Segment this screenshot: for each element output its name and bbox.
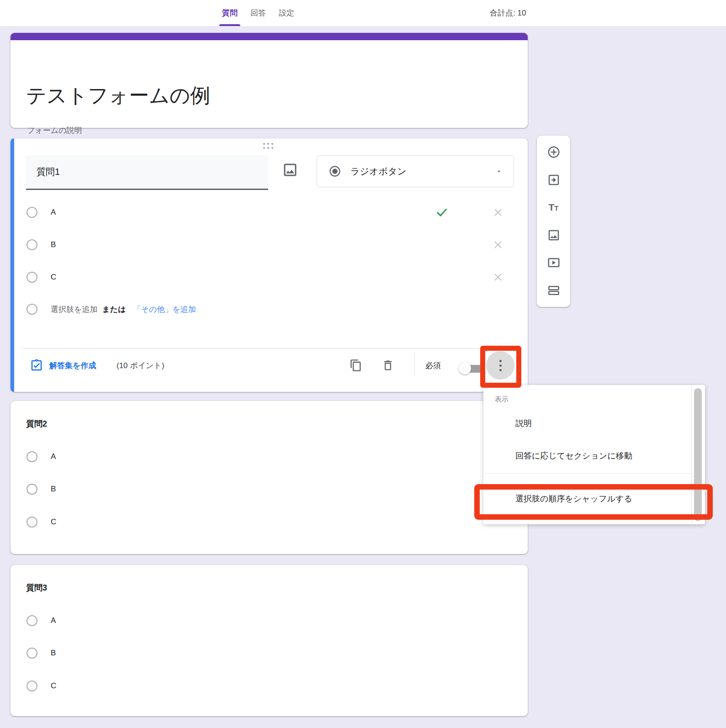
question-title: 質問3 [26,582,47,593]
option-label[interactable]: C [51,273,56,282]
answer-key-label: 解答集を作成 [49,360,96,371]
or-label: または [102,304,126,315]
radio-circle[interactable] [26,517,37,528]
radio-circle [26,304,37,315]
menu-item-description[interactable]: 説明 [515,416,532,431]
menu-section-header: 表示 [495,395,509,404]
import-questions-icon[interactable] [547,173,561,187]
remove-option-icon[interactable] [492,271,504,284]
option-label: C [51,517,56,527]
add-other-link[interactable]: 「その他」を追加 [133,304,196,315]
more-options-menu: 表示 説明 回答に応じてセクションに移動 選択肢の順序をシャッフルする [483,385,705,524]
option-label: B [51,485,56,494]
option-row-b: B [26,238,56,251]
add-question-icon[interactable] [547,145,561,159]
add-video-icon[interactable] [547,256,561,269]
option-label: A [51,616,56,625]
question-title-text: 質問1 [26,166,60,178]
footer-separator [414,352,415,376]
menu-scrollbar-thumb[interactable] [694,388,702,521]
add-image-toolbar-icon[interactable] [547,228,561,242]
option-row: C [26,516,56,528]
form-theme-bar [11,33,528,40]
option-row-c: C [26,271,56,284]
active-card-indicator [11,138,14,392]
tab-responses-label: 回答 [250,8,266,18]
tab-questions[interactable]: 質問 [216,0,244,26]
add-option-button[interactable]: 選択肢を追加 [51,304,97,315]
option-row: C [26,680,56,692]
points-label: (10 ポイント) [117,357,164,374]
add-title-icon[interactable]: TT [547,200,561,214]
option-label: B [51,649,56,658]
add-image-icon[interactable] [282,162,298,178]
option-row: A [26,450,56,463]
question-title-input[interactable]: 質問1 [26,155,268,190]
radio-circle[interactable] [26,272,37,283]
form-title[interactable]: テストフォームの例 [26,82,210,109]
radio-circle[interactable] [26,239,37,250]
radio-circle[interactable] [26,451,37,462]
menu-scrollbar [691,385,705,524]
answer-key-icon [30,359,43,372]
top-bar: 質問 回答 設定 合計点: 10 [0,0,726,26]
option-row-a: A [26,206,56,219]
tab-questions-label: 質問 [222,8,238,18]
option-label[interactable]: A [51,208,56,217]
radio-button-icon [329,165,341,178]
duplicate-icon[interactable] [350,359,362,372]
radio-circle[interactable] [26,615,37,626]
remove-option-icon[interactable] [492,206,504,219]
add-option-row: 選択肢を追加 または 「その他」を追加 [26,303,196,316]
question2-card[interactable]: 質問2 A B C [11,401,528,554]
tab-settings[interactable]: 設定 [272,0,301,26]
required-toggle[interactable] [459,362,486,375]
more-options-button[interactable] [486,351,514,380]
add-section-icon[interactable] [547,284,561,297]
question-type-label: ラジオボタン [350,165,407,178]
radio-circle[interactable] [26,207,37,218]
chevron-down-icon [495,168,503,175]
menu-item-shuffle-options[interactable]: 選択肢の順序をシャッフルする [515,491,632,506]
menu-divider [483,473,692,474]
correct-answer-check-icon [435,206,449,219]
required-label: 必須 [425,360,441,371]
option-label: C [51,681,56,691]
question-type-dropdown[interactable]: ラジオボタン [317,155,514,187]
total-points: 合計点: 10 [490,0,526,26]
option-row: A [26,614,56,627]
side-toolbar: TT [537,136,570,307]
answer-key-button[interactable]: 解答集を作成 [30,357,96,374]
tab-bar: 質問 回答 設定 [216,0,301,26]
radio-circle[interactable] [26,681,37,691]
option-row: B [26,647,56,659]
toggle-knob [459,362,471,375]
option-label[interactable]: B [51,240,56,249]
tab-responses[interactable]: 回答 [244,0,272,26]
radio-circle[interactable] [26,484,37,495]
tab-settings-label: 設定 [279,8,294,18]
remove-option-icon[interactable] [492,238,504,251]
form-header-card: テストフォームの例 フォームの説明 [11,33,528,128]
question3-card[interactable]: 質問3 A B C [11,565,528,716]
google-forms-editor: 質問 回答 設定 合計点: 10 テストフォームの例 フォームの説明 質問1 [0,0,726,728]
menu-item-go-to-section[interactable]: 回答に応じてセクションに移動 [515,448,632,464]
form-description[interactable]: フォームの説明 [27,125,82,136]
card-footer-divider [23,348,515,348]
delete-icon[interactable] [382,359,394,372]
question1-card: 質問1 ラジオボタン A B [11,138,528,392]
option-row: B [26,483,56,496]
question-title: 質問2 [26,418,47,429]
option-label: A [51,452,56,461]
drag-handle-icon[interactable] [263,143,273,149]
radio-circle[interactable] [26,648,37,659]
